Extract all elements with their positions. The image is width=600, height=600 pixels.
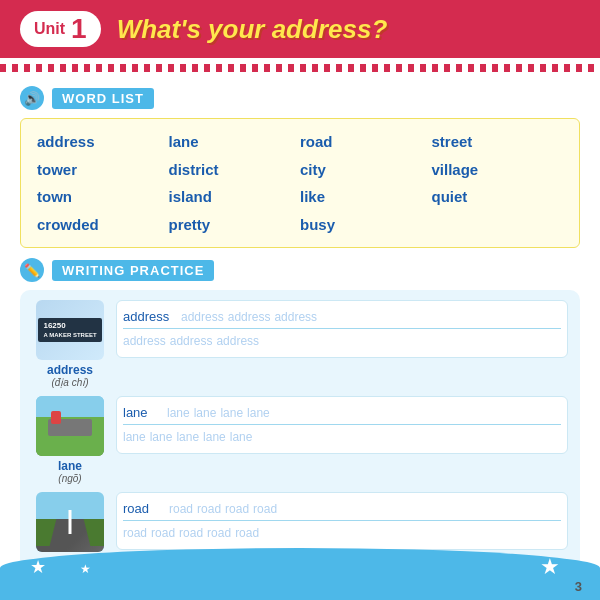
- word-pretty: pretty: [169, 212, 301, 238]
- page: Unit 1 What's your address? 🔊 WORD LIST …: [0, 0, 600, 600]
- lane-faint-2b: lane: [150, 430, 173, 444]
- word-empty: [432, 212, 564, 238]
- address-faint-2a: address: [123, 334, 166, 348]
- word-address: address: [37, 129, 169, 155]
- lane-faint-2d: lane: [203, 430, 226, 444]
- road-faint-1a: road: [169, 502, 193, 516]
- word-road: road: [300, 129, 432, 155]
- lane-faint-2e: lane: [230, 430, 253, 444]
- road-solid-1: road: [123, 501, 163, 516]
- address-faint-1a: address: [181, 310, 224, 324]
- word-list-box: address lane road street tower district …: [20, 118, 580, 248]
- unit-text: Unit: [34, 20, 65, 38]
- address-faint-1c: address: [274, 310, 317, 324]
- address-row-2: address address address: [123, 329, 561, 353]
- unit-number: 1: [71, 15, 87, 43]
- word-city: city: [300, 157, 432, 183]
- lane-label-sub: (ngõ): [58, 473, 82, 484]
- lane-label-main: lane: [58, 459, 82, 473]
- road-img-mock: [36, 492, 104, 552]
- address-faint-1b: address: [228, 310, 271, 324]
- header: Unit 1 What's your address?: [0, 0, 600, 58]
- road-faint-1c: road: [225, 502, 249, 516]
- practice-item-address: 16250A MAKER STREET address (địa chỉ) ad…: [32, 300, 568, 388]
- word-village: village: [432, 157, 564, 183]
- word-town: town: [37, 184, 169, 210]
- address-label-main: address: [47, 363, 93, 377]
- road-faint-2e: road: [235, 526, 259, 540]
- word-lane: lane: [169, 129, 301, 155]
- address-faint-2c: address: [216, 334, 259, 348]
- road-faint-2b: road: [151, 526, 175, 540]
- road-faint-1b: road: [197, 502, 221, 516]
- lane-writing-box[interactable]: lane lane lane lane lane lane lane lane …: [116, 396, 568, 454]
- address-solid-1: address: [123, 309, 175, 324]
- address-faint-2b: address: [170, 334, 213, 348]
- lane-row-2: lane lane lane lane lane: [123, 425, 561, 449]
- word-like: like: [300, 184, 432, 210]
- word-list-title: WORD LIST: [52, 88, 154, 109]
- star-mid-left: ★: [80, 562, 91, 576]
- lane-faint-2c: lane: [176, 430, 199, 444]
- star-left: ★: [30, 556, 46, 578]
- writing-practice-title: WRITING PRACTICE: [52, 260, 214, 281]
- address-row-1: address address address address: [123, 305, 561, 329]
- word-crowded: crowded: [37, 212, 169, 238]
- address-writing-box[interactable]: address address address address address …: [116, 300, 568, 358]
- lane-image: [36, 396, 104, 456]
- address-label-sub: (địa chỉ): [47, 377, 93, 388]
- word-list-header: 🔊 WORD LIST: [20, 86, 580, 110]
- page-number: 3: [575, 579, 582, 594]
- address-image-col: 16250A MAKER STREET address (địa chỉ): [32, 300, 108, 388]
- lane-faint-1d: lane: [247, 406, 270, 420]
- word-list-grid: address lane road street tower district …: [37, 129, 563, 237]
- lane-faint-1c: lane: [220, 406, 243, 420]
- header-title: What's your address?: [117, 14, 388, 45]
- word-quiet: quiet: [432, 184, 564, 210]
- practice-item-lane: lane (ngõ) lane lane lane lane lane lane…: [32, 396, 568, 484]
- lane-solid-1: lane: [123, 405, 161, 420]
- word-district: district: [169, 157, 301, 183]
- road-row-2: road road road road road: [123, 521, 561, 545]
- main-content: 🔊 WORD LIST address lane road street tow…: [0, 78, 600, 600]
- road-writing-box[interactable]: road road road road road road road road …: [116, 492, 568, 550]
- writing-practice-header: ✏️ WRITING PRACTICE: [20, 258, 580, 282]
- road-image: [36, 492, 104, 552]
- lane-faint-1b: lane: [194, 406, 217, 420]
- writing-practice-icon: ✏️: [20, 258, 44, 282]
- word-busy: busy: [300, 212, 432, 238]
- address-img-mock: 16250A MAKER STREET: [36, 300, 104, 360]
- lane-img-mock: [36, 396, 104, 456]
- unit-label: Unit 1: [20, 11, 101, 47]
- star-right: ★: [540, 554, 560, 580]
- sign-board: 16250A MAKER STREET: [38, 318, 101, 342]
- lane-image-col: lane (ngõ): [32, 396, 108, 484]
- road-row-1: road road road road road: [123, 497, 561, 521]
- address-image: 16250A MAKER STREET: [36, 300, 104, 360]
- word-tower: tower: [37, 157, 169, 183]
- road-faint-2a: road: [123, 526, 147, 540]
- lane-faint-1a: lane: [167, 406, 190, 420]
- road-faint-2d: road: [207, 526, 231, 540]
- address-label: address (địa chỉ): [47, 363, 93, 388]
- word-street: street: [432, 129, 564, 155]
- road-faint-1d: road: [253, 502, 277, 516]
- road-faint-2c: road: [179, 526, 203, 540]
- lane-row-1: lane lane lane lane lane: [123, 401, 561, 425]
- word-list-icon: 🔊: [20, 86, 44, 110]
- dotted-separator: [0, 64, 600, 72]
- lane-faint-2a: lane: [123, 430, 146, 444]
- bottom-wave: ★ ★ ★: [0, 548, 600, 600]
- lane-label: lane (ngõ): [58, 459, 82, 484]
- word-island: island: [169, 184, 301, 210]
- road-center-line: [69, 510, 72, 534]
